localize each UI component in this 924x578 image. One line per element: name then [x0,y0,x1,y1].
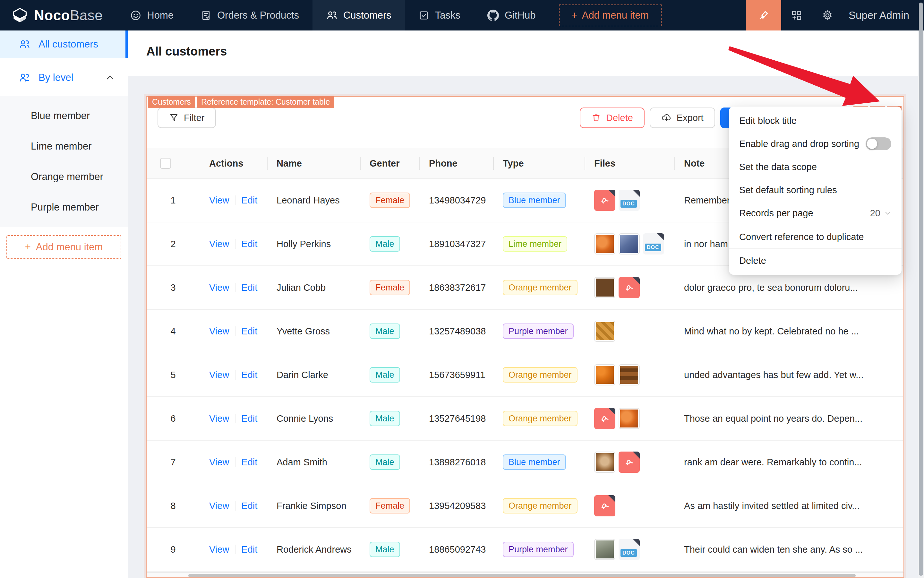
image-attachment-thumbnail[interactable] [619,233,640,255]
cloud-download-icon [661,113,671,123]
nav-item-github[interactable]: GitHub [474,0,549,31]
view-link[interactable]: View [209,544,229,555]
horizontal-scrollbar-thumb[interactable] [188,574,856,577]
image-attachment-thumbnail[interactable] [619,364,640,385]
pdf-file-icon[interactable] [619,277,640,298]
link-divider [235,283,235,292]
nav-item-tasks[interactable]: Tasks [405,0,474,31]
menu-item-set-data-scope[interactable]: Set the data scope [729,155,901,179]
settings-button[interactable] [812,0,843,31]
export-button[interactable]: Export [650,107,715,128]
pdf-file-icon[interactable] [594,408,615,429]
table-row: 4 View Edit Yvette Gross Male 1325748903… [147,310,903,353]
navbar-add-menu-item-button[interactable]: + Add menu item [559,5,662,26]
column-header-actions: Actions [199,148,267,179]
view-link[interactable]: View [209,195,229,206]
view-link[interactable]: View [209,239,229,249]
sidebar-item-blue-member[interactable]: Blue member [0,101,128,131]
reference-template-tag: Reference template: Customer table [197,96,334,108]
link-divider [235,414,235,423]
image-attachment-thumbnail[interactable] [594,233,615,255]
sidebar-item-lime-member[interactable]: Lime member [0,131,128,161]
filter-button[interactable]: Filter [157,107,216,128]
edit-link[interactable]: Edit [241,544,257,555]
doc-file-icon[interactable]: DOC [619,539,640,560]
menu-item-edit-block-title[interactable]: Edit block title [729,109,901,132]
page-scrollbar-thumb[interactable] [919,3,923,576]
edit-link[interactable]: Edit [241,283,257,293]
gender-tag: Male [370,542,400,557]
row-index: 4 [147,326,199,337]
table-horizontal-scrollbar[interactable] [147,572,903,577]
ui-editor-toggle-button[interactable] [746,0,781,31]
edit-link[interactable]: Edit [241,370,257,380]
tasks-check-icon [418,10,429,21]
view-link[interactable]: View [209,370,229,380]
filter-funnel-icon [169,113,179,123]
view-link[interactable]: View [209,413,229,424]
edit-link[interactable]: Edit [241,413,257,424]
view-link[interactable]: View [209,501,229,511]
nav-item-orders-products[interactable]: Orders & Products [187,0,313,31]
user-menu[interactable]: Super Admin [843,9,924,21]
delete-button[interactable]: Delete [580,107,645,128]
plugin-manager-button[interactable] [781,0,812,31]
table-row: 7 View Edit Adam Smith Male 13898276018 … [147,441,903,484]
menu-item-delete-block[interactable]: Delete [729,249,901,272]
edit-link[interactable]: Edit [241,239,257,249]
row-actions: View Edit [209,457,267,468]
image-attachment-thumbnail[interactable] [619,408,640,429]
member-type-tag: Orange member [503,498,577,513]
pdf-file-icon[interactable] [619,451,640,473]
sidebar-item-orange-member[interactable]: Orange member [0,161,128,192]
edit-link[interactable]: Edit [241,326,257,337]
row-index: 1 [147,195,199,206]
phone-cell: 13898276018 [419,457,493,468]
menu-item-enable-drag-sorting[interactable]: Enable drag and drop sorting [729,132,901,155]
image-attachment-thumbnail[interactable] [594,321,615,342]
view-link[interactable]: View [209,283,229,293]
table-row: 9 View Edit Roderick Andrews Male 188650… [147,528,903,572]
nocobase-logo[interactable]: NocoBase [0,7,117,24]
link-divider [235,195,235,205]
sidebar-item-purple-member[interactable]: Purple member [0,192,128,222]
sidebar-item-label: By level [39,72,73,83]
sidebar-item-all-customers[interactable]: All customers [0,31,128,58]
link-divider [235,370,235,380]
edit-link[interactable]: Edit [241,501,257,511]
view-link[interactable]: View [209,326,229,337]
pdf-file-icon[interactable] [594,495,615,516]
link-divider [235,545,235,554]
nav-item-customers[interactable]: Customers [313,0,405,31]
menu-item-convert-reference[interactable]: Convert reference to duplicate [729,225,901,248]
menu-item-records-per-page[interactable]: Records per page 20 [729,201,901,225]
column-header-type: Type [493,148,585,179]
files-cell: DOC [594,539,674,560]
menu-item-set-default-sorting[interactable]: Set default sorting rules [729,179,901,201]
edit-link[interactable]: Edit [241,457,257,468]
drag-sorting-toggle[interactable] [866,137,891,150]
filter-label: Filter [184,113,204,123]
view-link[interactable]: View [209,457,229,468]
select-all-checkbox[interactable] [160,158,171,169]
records-per-page-select[interactable]: 20 [870,208,891,219]
doc-file-icon[interactable]: DOC [619,190,640,211]
image-attachment-thumbnail[interactable] [594,539,615,560]
nav-label: Customers [343,10,391,21]
phone-cell: 18638372617 [419,283,493,293]
doc-file-icon[interactable]: DOC [643,233,664,255]
image-attachment-thumbnail[interactable] [594,277,615,298]
files-cell [594,277,674,298]
row-actions: View Edit [209,239,267,249]
link-divider [235,501,235,511]
image-attachment-thumbnail[interactable] [594,451,615,473]
pdf-file-icon[interactable] [594,190,615,211]
sidebar-item-by-level[interactable]: By level [0,64,128,91]
sidebar-add-menu-item-button[interactable]: + Add menu item [6,235,121,259]
row-actions: View Edit [209,283,267,293]
nav-item-home[interactable]: Home [117,0,187,31]
member-type-tag: Purple member [503,542,574,557]
table-row: 5 View Edit Darin Clarke Male 1567365991… [147,353,903,397]
image-attachment-thumbnail[interactable] [594,364,615,385]
edit-link[interactable]: Edit [241,195,257,206]
